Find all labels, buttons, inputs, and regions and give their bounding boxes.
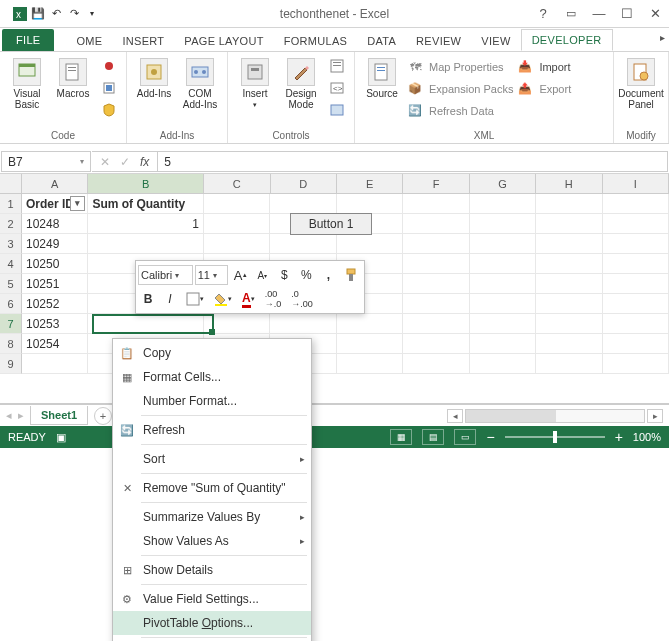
menu-refresh[interactable]: 🔄Refresh bbox=[113, 418, 311, 442]
cell[interactable]: 10251 bbox=[22, 274, 88, 294]
tab-data[interactable]: DATA bbox=[357, 31, 406, 51]
scroll-left-icon[interactable]: ◂ bbox=[447, 409, 463, 423]
font-size-combo[interactable]: 11▾ bbox=[195, 265, 228, 285]
row-header[interactable]: 2 bbox=[0, 214, 22, 234]
relative-refs-icon[interactable] bbox=[98, 78, 120, 98]
tab-file[interactable]: FILE bbox=[2, 29, 54, 51]
source-button[interactable]: Source bbox=[361, 56, 403, 99]
tab-pagelayout[interactable]: PAGE LAYOUT bbox=[174, 31, 273, 51]
macros-button[interactable]: Macros bbox=[52, 56, 94, 99]
zoom-in-icon[interactable]: + bbox=[615, 429, 623, 445]
menu-sort[interactable]: Sort▸ bbox=[113, 447, 311, 471]
record-macro-icon[interactable] bbox=[98, 56, 120, 76]
zoom-slider[interactable] bbox=[505, 436, 605, 438]
fx-icon[interactable]: fx bbox=[140, 155, 149, 169]
view-pagebreak-icon[interactable]: ▭ bbox=[454, 429, 476, 445]
format-painter-icon[interactable] bbox=[340, 264, 362, 286]
percent-format-icon[interactable]: % bbox=[296, 264, 316, 286]
grow-font-icon[interactable]: A▴ bbox=[230, 264, 250, 286]
menu-number-format[interactable]: Number Format... bbox=[113, 389, 311, 413]
col-header-f[interactable]: F bbox=[403, 174, 469, 193]
row-header[interactable]: 6 bbox=[0, 294, 22, 314]
col-header-b[interactable]: B bbox=[88, 174, 204, 193]
maximize-icon[interactable]: ☐ bbox=[613, 4, 641, 24]
tab-scroll-right-icon[interactable]: ▸ bbox=[660, 32, 665, 43]
font-family-combo[interactable]: Calibri▾ bbox=[138, 265, 193, 285]
accounting-format-icon[interactable]: $ bbox=[274, 264, 294, 286]
visual-basic-button[interactable]: Visual Basic bbox=[6, 56, 48, 110]
sheet-nav-prev-icon[interactable]: ◂ bbox=[6, 409, 12, 422]
insert-control-button[interactable]: Insert ▾ bbox=[234, 56, 276, 109]
minimize-icon[interactable]: — bbox=[585, 4, 613, 24]
tab-home[interactable]: OME bbox=[66, 31, 112, 51]
menu-show-details[interactable]: ⊞Show Details bbox=[113, 558, 311, 582]
cell-b1[interactable]: Sum of Quantity bbox=[88, 194, 203, 214]
tab-formulas[interactable]: FORMULAS bbox=[274, 31, 358, 51]
select-all-corner[interactable] bbox=[0, 174, 22, 194]
namebox-dropdown-icon[interactable]: ▾ bbox=[80, 157, 84, 166]
increase-decimal-icon[interactable]: .00→.0 bbox=[261, 288, 286, 310]
view-pagelayout-icon[interactable]: ▤ bbox=[422, 429, 444, 445]
menu-pivottable-options[interactable]: PivotTable Options... bbox=[113, 611, 311, 635]
col-header-i[interactable]: I bbox=[603, 174, 669, 193]
row-header[interactable]: 7 bbox=[0, 314, 22, 334]
redo-icon[interactable]: ↷ bbox=[66, 6, 82, 22]
col-header-d[interactable]: D bbox=[271, 174, 337, 193]
document-panel-button[interactable]: Document Panel bbox=[620, 56, 662, 110]
tab-view[interactable]: VIEW bbox=[471, 31, 520, 51]
cell-b7[interactable] bbox=[88, 314, 203, 334]
font-color-icon[interactable]: A▾ bbox=[238, 288, 259, 310]
tab-review[interactable]: REVIEW bbox=[406, 31, 471, 51]
import-button[interactable]: 📥Import bbox=[517, 56, 571, 77]
sheet-tab[interactable]: Sheet1 bbox=[30, 406, 88, 425]
save-icon[interactable]: 💾 bbox=[30, 6, 46, 22]
horizontal-scrollbar[interactable]: ◂ ▸ bbox=[447, 409, 663, 423]
menu-remove-field[interactable]: ✕Remove "Sum of Quantity" bbox=[113, 476, 311, 500]
bold-button[interactable]: B bbox=[138, 288, 158, 310]
close-icon[interactable]: ✕ bbox=[641, 4, 669, 24]
cell[interactable]: 10252 bbox=[22, 294, 88, 314]
name-box[interactable]: B7 ▾ bbox=[1, 151, 91, 172]
cell[interactable]: 10248 bbox=[22, 214, 88, 234]
view-normal-icon[interactable]: ▦ bbox=[390, 429, 412, 445]
tab-developer[interactable]: DEVELOPER bbox=[521, 29, 613, 51]
sheet-nav-next-icon[interactable]: ▸ bbox=[18, 409, 24, 422]
row-header[interactable]: 3 bbox=[0, 234, 22, 254]
cell[interactable]: 10250 bbox=[22, 254, 88, 274]
cell[interactable]: 1 bbox=[88, 214, 203, 234]
row-header[interactable]: 9 bbox=[0, 354, 22, 374]
col-header-c[interactable]: C bbox=[204, 174, 270, 193]
cell[interactable]: 10249 bbox=[22, 234, 88, 254]
addins-button[interactable]: Add-Ins bbox=[133, 56, 175, 99]
decrease-decimal-icon[interactable]: .0→.00 bbox=[287, 288, 317, 310]
row-header[interactable]: 5 bbox=[0, 274, 22, 294]
design-mode-button[interactable]: Design Mode bbox=[280, 56, 322, 110]
menu-summarize-values[interactable]: Summarize Values By▸ bbox=[113, 505, 311, 529]
run-dialog-icon[interactable] bbox=[326, 100, 348, 120]
col-header-a[interactable]: A bbox=[22, 174, 88, 193]
help-icon[interactable]: ? bbox=[529, 4, 557, 24]
comma-format-icon[interactable]: , bbox=[318, 264, 338, 286]
col-header-e[interactable]: E bbox=[337, 174, 403, 193]
cell-a1[interactable]: Order ID bbox=[22, 194, 88, 214]
zoom-out-icon[interactable]: − bbox=[486, 429, 494, 445]
shrink-font-icon[interactable]: A▾ bbox=[252, 264, 272, 286]
formula-bar[interactable]: 5 bbox=[158, 151, 668, 172]
row-header[interactable]: 4 bbox=[0, 254, 22, 274]
row-header[interactable]: 8 bbox=[0, 334, 22, 354]
row-header[interactable]: 1 bbox=[0, 194, 22, 214]
macro-record-status-icon[interactable]: ▣ bbox=[56, 431, 66, 444]
ribbon-options-icon[interactable]: ▭ bbox=[557, 4, 585, 24]
properties-icon[interactable] bbox=[326, 56, 348, 76]
cell[interactable] bbox=[88, 234, 203, 254]
button-1[interactable]: Button 1 bbox=[290, 213, 372, 235]
view-code-icon[interactable]: <> bbox=[326, 78, 348, 98]
borders-icon[interactable]: ▾ bbox=[182, 288, 208, 310]
scroll-right-icon[interactable]: ▸ bbox=[647, 409, 663, 423]
com-addins-button[interactable]: COM Add-Ins bbox=[179, 56, 221, 110]
cell[interactable]: 10254 bbox=[22, 334, 88, 354]
col-header-h[interactable]: H bbox=[536, 174, 602, 193]
undo-icon[interactable]: ↶ bbox=[48, 6, 64, 22]
tab-insert[interactable]: INSERT bbox=[112, 31, 174, 51]
italic-button[interactable]: I bbox=[160, 288, 180, 310]
